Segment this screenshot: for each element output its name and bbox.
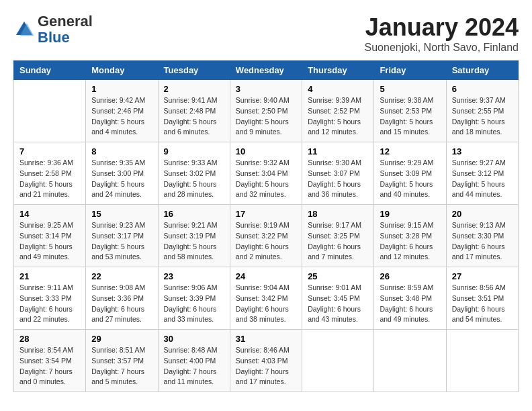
weekday-header: Saturday [446,61,518,80]
calendar-cell [14,80,86,142]
calendar-cell: 1Sunrise: 9:42 AM Sunset: 2:46 PM Daylig… [86,80,158,142]
calendar-cell: 11Sunrise: 9:30 AM Sunset: 3:07 PM Dayli… [302,142,374,205]
day-info: Sunrise: 9:36 AM Sunset: 2:58 PM Dayligh… [19,158,80,200]
day-number: 24 [236,271,296,281]
calendar-cell: 9Sunrise: 9:33 AM Sunset: 3:02 PM Daylig… [158,142,230,205]
day-info: Sunrise: 9:38 AM Sunset: 2:53 PM Dayligh… [380,95,440,138]
calendar-cell: 2Sunrise: 9:41 AM Sunset: 2:48 PM Daylig… [158,80,230,142]
day-info: Sunrise: 9:01 AM Sunset: 3:45 PM Dayligh… [308,283,368,325]
calendar-cell [302,330,374,392]
day-number: 9 [164,146,224,156]
title-area: January 2024 Suonenjoki, North Savo, Fin… [365,13,519,54]
day-number: 29 [91,334,152,344]
calendar-cell: 20Sunrise: 9:13 AM Sunset: 3:30 PM Dayli… [446,205,518,267]
day-number: 28 [19,334,80,344]
calendar-cell: 4Sunrise: 9:39 AM Sunset: 2:52 PM Daylig… [302,80,374,142]
weekday-header: Wednesday [230,61,302,80]
day-number: 15 [91,209,152,219]
calendar-cell: 14Sunrise: 9:25 AM Sunset: 3:14 PM Dayli… [14,205,86,267]
weekday-header-row: SundayMondayTuesdayWednesdayThursdayFrid… [14,61,519,80]
day-info: Sunrise: 9:39 AM Sunset: 2:52 PM Dayligh… [308,95,368,138]
day-info: Sunrise: 8:48 AM Sunset: 4:00 PM Dayligh… [164,345,224,387]
day-number: 19 [380,209,440,219]
day-number: 27 [452,271,513,281]
logo: General Blue [13,13,93,46]
calendar-cell: 31Sunrise: 8:46 AM Sunset: 4:03 PM Dayli… [230,330,302,392]
day-info: Sunrise: 9:11 AM Sunset: 3:33 PM Dayligh… [19,283,80,325]
day-number: 10 [236,146,296,156]
day-info: Sunrise: 9:42 AM Sunset: 2:46 PM Dayligh… [91,95,152,138]
day-number: 31 [236,334,296,344]
day-info: Sunrise: 9:04 AM Sunset: 3:42 PM Dayligh… [236,283,296,325]
day-number: 14 [19,209,80,219]
day-info: Sunrise: 9:30 AM Sunset: 3:07 PM Dayligh… [308,158,368,200]
calendar-cell: 23Sunrise: 9:06 AM Sunset: 3:39 PM Dayli… [158,267,230,330]
calendar-cell: 15Sunrise: 9:23 AM Sunset: 3:17 PM Dayli… [86,205,158,267]
page-subtitle: Suonenjoki, North Savo, Finland [365,42,519,54]
calendar-cell: 3Sunrise: 9:40 AM Sunset: 2:50 PM Daylig… [230,80,302,142]
calendar-cell: 19Sunrise: 9:15 AM Sunset: 3:28 PM Dayli… [374,205,446,267]
day-info: Sunrise: 9:06 AM Sunset: 3:39 PM Dayligh… [164,283,224,325]
calendar-cell: 5Sunrise: 9:38 AM Sunset: 2:53 PM Daylig… [374,80,446,142]
weekday-header: Tuesday [158,61,230,80]
calendar-table: SundayMondayTuesdayWednesdayThursdayFrid… [13,60,519,392]
calendar-cell: 18Sunrise: 9:17 AM Sunset: 3:25 PM Dayli… [302,205,374,267]
day-info: Sunrise: 9:37 AM Sunset: 2:55 PM Dayligh… [452,95,513,138]
day-number: 18 [308,209,368,219]
calendar-cell: 28Sunrise: 8:54 AM Sunset: 3:54 PM Dayli… [14,330,86,392]
calendar-week-row: 14Sunrise: 9:25 AM Sunset: 3:14 PM Dayli… [14,205,519,267]
day-info: Sunrise: 9:15 AM Sunset: 3:28 PM Dayligh… [380,220,440,263]
calendar-cell: 12Sunrise: 9:29 AM Sunset: 3:09 PM Dayli… [374,142,446,205]
day-info: Sunrise: 8:59 AM Sunset: 3:48 PM Dayligh… [380,283,440,325]
calendar-cell: 16Sunrise: 9:21 AM Sunset: 3:19 PM Dayli… [158,205,230,267]
day-number: 1 [91,84,152,94]
day-number: 13 [452,146,513,156]
logo-icon [13,19,35,40]
day-number: 20 [452,209,513,219]
calendar-cell: 26Sunrise: 8:59 AM Sunset: 3:48 PM Dayli… [374,267,446,330]
calendar-cell: 8Sunrise: 9:35 AM Sunset: 3:00 PM Daylig… [86,142,158,205]
day-number: 22 [91,271,152,281]
day-number: 5 [380,84,440,94]
day-number: 21 [19,271,80,281]
day-number: 2 [164,84,224,94]
logo-general-text: General [38,13,93,30]
calendar-cell: 25Sunrise: 9:01 AM Sunset: 3:45 PM Dayli… [302,267,374,330]
day-number: 30 [164,334,224,344]
day-info: Sunrise: 9:41 AM Sunset: 2:48 PM Dayligh… [164,95,224,138]
calendar-cell: 17Sunrise: 9:19 AM Sunset: 3:22 PM Dayli… [230,205,302,267]
calendar-cell [446,330,518,392]
day-info: Sunrise: 9:40 AM Sunset: 2:50 PM Dayligh… [236,95,296,138]
day-number: 23 [164,271,224,281]
calendar-cell: 21Sunrise: 9:11 AM Sunset: 3:33 PM Dayli… [14,267,86,330]
day-info: Sunrise: 9:23 AM Sunset: 3:17 PM Dayligh… [91,220,152,263]
day-info: Sunrise: 9:21 AM Sunset: 3:19 PM Dayligh… [164,220,224,263]
weekday-header: Sunday [14,61,86,80]
calendar-cell: 27Sunrise: 8:56 AM Sunset: 3:51 PM Dayli… [446,267,518,330]
calendar-cell: 13Sunrise: 9:27 AM Sunset: 3:12 PM Dayli… [446,142,518,205]
calendar-week-row: 1Sunrise: 9:42 AM Sunset: 2:46 PM Daylig… [14,80,519,142]
calendar-cell: 29Sunrise: 8:51 AM Sunset: 3:57 PM Dayli… [86,330,158,392]
calendar-cell: 6Sunrise: 9:37 AM Sunset: 2:55 PM Daylig… [446,80,518,142]
day-info: Sunrise: 9:29 AM Sunset: 3:09 PM Dayligh… [380,158,440,200]
weekday-header: Friday [374,61,446,80]
day-info: Sunrise: 8:54 AM Sunset: 3:54 PM Dayligh… [19,345,80,387]
logo-blue-text: Blue [38,29,70,46]
page-title: January 2024 [365,13,519,42]
day-info: Sunrise: 9:19 AM Sunset: 3:22 PM Dayligh… [236,220,296,263]
day-number: 3 [236,84,296,94]
day-info: Sunrise: 9:27 AM Sunset: 3:12 PM Dayligh… [452,158,513,200]
day-info: Sunrise: 8:46 AM Sunset: 4:03 PM Dayligh… [236,345,296,387]
calendar-week-row: 7Sunrise: 9:36 AM Sunset: 2:58 PM Daylig… [14,142,519,205]
calendar-cell: 24Sunrise: 9:04 AM Sunset: 3:42 PM Dayli… [230,267,302,330]
day-info: Sunrise: 8:56 AM Sunset: 3:51 PM Dayligh… [452,283,513,325]
day-number: 25 [308,271,368,281]
weekday-header: Monday [86,61,158,80]
day-number: 4 [308,84,368,94]
header: General Blue January 2024 Suonenjoki, No… [13,13,519,54]
weekday-header: Thursday [302,61,374,80]
day-info: Sunrise: 9:13 AM Sunset: 3:30 PM Dayligh… [452,220,513,263]
day-number: 11 [308,146,368,156]
day-info: Sunrise: 9:17 AM Sunset: 3:25 PM Dayligh… [308,220,368,263]
day-number: 17 [236,209,296,219]
